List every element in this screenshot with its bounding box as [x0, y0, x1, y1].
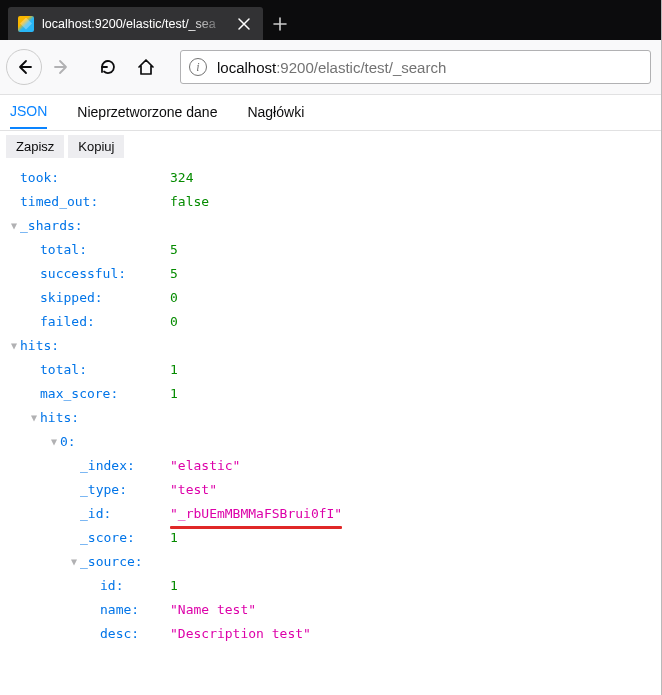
reload-button[interactable] [90, 49, 126, 85]
row-hits-total: total: 1 [0, 358, 661, 382]
val-hits-maxscore: 1 [170, 382, 178, 406]
val-src-name: "Name test" [170, 598, 256, 622]
viewer-tabs: JSON Nieprzetworzone dane Nagłówki [0, 95, 661, 131]
json-viewer: took: 324 timed_out: false ▼_shards: tot… [0, 162, 661, 646]
row-src-desc: desc: "Description test" [0, 622, 661, 646]
chevron-down-icon[interactable]: ▼ [28, 406, 40, 430]
val-index: "elastic" [170, 454, 240, 478]
val-shards-skipped: 0 [170, 286, 178, 310]
copy-button[interactable]: Kopiuj [68, 135, 124, 158]
tab-strip: localhost:9200/elastic/test/_sea [0, 0, 661, 40]
key-shards-skipped: skipped: [40, 286, 103, 310]
tab-title: localhost:9200/elastic/test/_sea [42, 17, 227, 31]
val-score: 1 [170, 526, 178, 550]
row-hits: ▼hits: [0, 334, 661, 358]
key-type: _type: [80, 478, 127, 502]
row-shards-successful: successful: 5 [0, 262, 661, 286]
key-src-id: id: [100, 574, 123, 598]
close-tab-icon[interactable] [235, 15, 253, 33]
val-type: "test" [170, 478, 217, 502]
back-button[interactable] [6, 49, 42, 85]
val-id: "_rbUEmMBMMaFSBrui0fI" [170, 502, 342, 526]
val-took: 324 [170, 166, 193, 190]
key-src-desc: desc: [100, 622, 139, 646]
url-text: localhost:9200/elastic/test/_search [217, 59, 446, 76]
json-actions: Zapisz Kopiuj [0, 131, 661, 162]
elastic-favicon [18, 16, 34, 32]
chevron-down-icon[interactable]: ▼ [8, 334, 20, 358]
row-took: took: 324 [0, 166, 661, 190]
chevron-down-icon[interactable]: ▼ [8, 214, 20, 238]
key-shards-total: total: [40, 238, 87, 262]
row-id: _id: "_rbUEmMBMMaFSBrui0fI" [0, 502, 661, 526]
row-item0: ▼0: [0, 430, 661, 454]
browser-tab[interactable]: localhost:9200/elastic/test/_sea [8, 7, 263, 40]
key-hits-maxscore: max_score: [40, 382, 118, 406]
key-src-name: name: [100, 598, 139, 622]
tab-headers[interactable]: Nagłówki [247, 104, 304, 128]
key-shards[interactable]: _shards: [20, 214, 83, 238]
chevron-down-icon[interactable]: ▼ [48, 430, 60, 454]
forward-button[interactable] [44, 49, 80, 85]
key-id: _id: [80, 502, 111, 526]
tab-json[interactable]: JSON [10, 103, 47, 129]
val-hits-total: 1 [170, 358, 178, 382]
key-hits-total: total: [40, 358, 87, 382]
row-timed-out: timed_out: false [0, 190, 661, 214]
key-source[interactable]: _source: [80, 550, 143, 574]
val-src-id: 1 [170, 574, 178, 598]
url-path: :9200/elastic/test/_search [276, 59, 446, 76]
row-hits-inner: ▼hits: [0, 406, 661, 430]
row-shards-skipped: skipped: 0 [0, 286, 661, 310]
key-index: _index: [80, 454, 135, 478]
row-src-id: id: 1 [0, 574, 661, 598]
tab-raw[interactable]: Nieprzetworzone dane [77, 104, 217, 128]
val-shards-total: 5 [170, 238, 178, 262]
key-hits[interactable]: hits: [20, 334, 59, 358]
info-icon[interactable]: i [189, 58, 207, 76]
row-shards-failed: failed: 0 [0, 310, 661, 334]
key-took: took: [20, 166, 59, 190]
key-timed-out: timed_out: [20, 190, 98, 214]
row-score: _score: 1 [0, 526, 661, 550]
chevron-down-icon[interactable]: ▼ [68, 550, 80, 574]
new-tab-button[interactable] [263, 7, 297, 40]
key-item0[interactable]: 0: [60, 430, 76, 454]
save-button[interactable]: Zapisz [6, 135, 64, 158]
row-shards: ▼_shards: [0, 214, 661, 238]
row-shards-total: total: 5 [0, 238, 661, 262]
key-score: _score: [80, 526, 135, 550]
row-index: _index: "elastic" [0, 454, 661, 478]
row-type: _type: "test" [0, 478, 661, 502]
val-timed-out: false [170, 190, 209, 214]
row-source: ▼_source: [0, 550, 661, 574]
key-hits-inner[interactable]: hits: [40, 406, 79, 430]
home-button[interactable] [128, 49, 164, 85]
key-shards-successful: successful: [40, 262, 126, 286]
row-hits-maxscore: max_score: 1 [0, 382, 661, 406]
val-src-desc: "Description test" [170, 622, 311, 646]
val-shards-failed: 0 [170, 310, 178, 334]
url-host: localhost [217, 59, 276, 76]
key-shards-failed: failed: [40, 310, 95, 334]
nav-toolbar: i localhost:9200/elastic/test/_search [0, 40, 661, 95]
url-bar[interactable]: i localhost:9200/elastic/test/_search [180, 50, 651, 84]
row-src-name: name: "Name test" [0, 598, 661, 622]
val-shards-successful: 5 [170, 262, 178, 286]
